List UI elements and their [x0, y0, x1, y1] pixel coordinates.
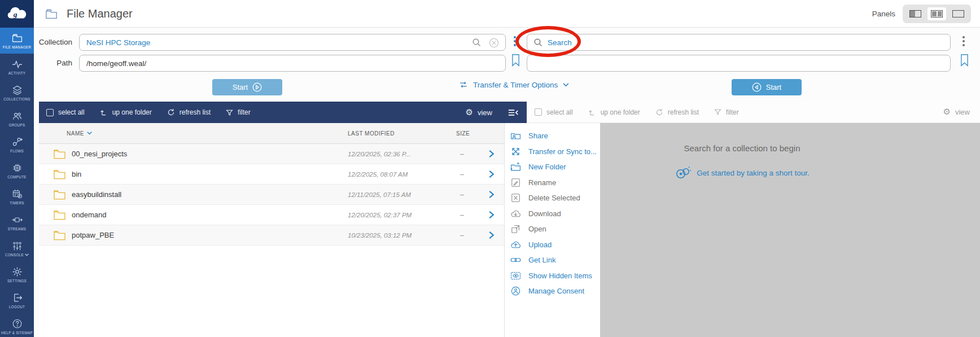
options-sliders-icon [459, 80, 468, 89]
filter-left[interactable]: filter [226, 108, 251, 116]
chevron-down-icon [25, 253, 29, 256]
row-chevron-right-icon[interactable] [488, 231, 504, 239]
path-input[interactable] [79, 55, 506, 72]
menu-item-open: Open [505, 221, 600, 237]
file-modified: 10/23/2025, 03:12 PM [348, 232, 448, 239]
refresh-list-right[interactable]: refresh list [655, 108, 699, 116]
checkbox-icon [46, 109, 54, 116]
sidebar-item-flows[interactable]: FLOWS [0, 132, 34, 157]
sidebar-item-help-sitemap[interactable]: HELP & SITEMAP [0, 313, 34, 337]
sidebar-item-activity[interactable]: ACTIVITY [0, 54, 34, 80]
menu-item-get-link[interactable]: Get Link [505, 252, 600, 268]
sort-chevron-down-icon [87, 132, 92, 135]
up-folder-icon [588, 108, 596, 116]
collapse-menu-icon [508, 109, 519, 116]
up-one-folder-left[interactable]: up one folder [100, 108, 152, 116]
menu-item-manage-consent[interactable]: Manage Consent [505, 283, 600, 299]
empty-state-text: Search for a collection to begin [504, 143, 980, 153]
file-modified: 12/11/2025, 07:15 AM [348, 191, 448, 198]
tour-link[interactable]: Get started by taking a short tour. [675, 165, 810, 180]
left-toolbar: select all up one folder refresh list fi… [39, 102, 527, 123]
row-chevron-right-icon[interactable] [488, 170, 504, 178]
sidebar-item-compute[interactable]: COMPUTE [0, 157, 34, 183]
refresh-icon [167, 108, 175, 116]
row-chevron-right-icon[interactable] [488, 190, 504, 199]
start-transfer-right-button[interactable]: Start [732, 79, 802, 95]
folder-icon [54, 169, 72, 180]
sidebar-item-logout[interactable]: LOGOUT [0, 287, 34, 313]
globus-cloud-icon: g [6, 6, 28, 21]
bookmark-icon[interactable] [511, 54, 520, 67]
sidebar-item-timers[interactable]: TIMERS [0, 183, 34, 209]
collection-clear-icon[interactable] [489, 38, 499, 48]
sidebar-item-collections[interactable]: COLLECTIONS [0, 80, 34, 106]
menu-item-show-hidden-items[interactable]: Show Hidden Items [505, 268, 600, 284]
dual-panel-button[interactable] [928, 7, 946, 20]
file-name: 00_nesi_projects [72, 150, 348, 158]
file-row-bin[interactable]: bin12/2/2025, 08:07 AM– [39, 164, 504, 185]
menu-item-upload[interactable]: Upload [505, 237, 600, 253]
sidebar-item-console[interactable]: CONSOLE [0, 235, 34, 261]
sidebar-item-streams[interactable]: STREAMS [0, 209, 34, 235]
select-all-right[interactable]: select all [535, 108, 573, 116]
column-header-size[interactable]: SIZE [448, 130, 488, 137]
table-header: NAME LAST MODIFIED SIZE [39, 123, 504, 144]
start-transfer-left-button[interactable]: Start [212, 79, 282, 95]
sidebar-nav: FILE MANAGERACTIVITYCOLLECTIONSGROUPSFLO… [0, 28, 34, 337]
file-size: – [448, 231, 488, 239]
filter-right[interactable]: filter [714, 108, 739, 116]
upload-icon [509, 239, 522, 250]
single-panel-button[interactable] [906, 7, 925, 20]
panels-control: Panels [872, 5, 971, 23]
row-chevron-right-icon[interactable] [488, 150, 504, 158]
third-panel-button[interactable] [949, 7, 968, 20]
path-label: Path [34, 55, 72, 72]
filter-funnel-icon [714, 108, 721, 116]
file-name: bin [72, 170, 348, 178]
sidebar-item-groups[interactable]: GROUPS [0, 106, 34, 132]
up-folder-icon [100, 108, 108, 116]
logout-icon [12, 292, 23, 303]
search-input[interactable] [527, 34, 951, 51]
view-left[interactable]: ⚙view [466, 108, 492, 117]
file-name: ondemand [72, 211, 348, 219]
path-input-right[interactable] [527, 55, 951, 72]
table-rows: 00_nesi_projects12/20/2025, 02:36 P...–b… [39, 144, 504, 246]
refresh-list-left[interactable]: refresh list [167, 108, 211, 116]
view-right[interactable]: ⚙view [943, 108, 970, 116]
collection-input[interactable] [79, 34, 506, 51]
file-row-00-nesi-projects[interactable]: 00_nesi_projects12/20/2025, 02:36 P...– [39, 144, 504, 164]
row-chevron-right-icon[interactable] [488, 211, 504, 219]
globus-logo[interactable]: g [0, 0, 34, 28]
transfer-timer-options[interactable]: Transfer & Timer Options [459, 80, 569, 89]
play-left-icon [752, 82, 762, 92]
checkbox-icon [535, 108, 542, 116]
collection-search-icon[interactable] [472, 38, 482, 47]
folder-icon [54, 190, 72, 200]
collections-icon [12, 85, 23, 95]
column-header-modified[interactable]: LAST MODIFIED [348, 130, 448, 137]
collection-menu-dots-icon[interactable] [514, 36, 516, 46]
search-menu-dots-icon[interactable] [963, 36, 965, 46]
page-title: File Manager [67, 7, 133, 20]
collapse-panel-toggle[interactable] [508, 109, 519, 116]
bookmark-right-icon[interactable] [960, 54, 969, 67]
sidebar-item-file-manager[interactable]: FILE MANAGER [0, 28, 34, 54]
file-row-easybuildinstall[interactable]: easybuildinstall12/11/2025, 07:15 AM– [39, 185, 504, 205]
flows-icon [12, 137, 23, 147]
sidebar: g FILE MANAGERACTIVITYCOLLECTIONSGROUPSF… [0, 0, 34, 337]
panels-label: Panels [872, 10, 895, 18]
up-one-folder-right[interactable]: up one folder [588, 108, 640, 116]
console-icon [12, 240, 23, 251]
file-row-potpaw-pbe[interactable]: potpaw_PBE10/23/2025, 03:12 PM– [39, 225, 504, 246]
select-all-left[interactable]: select all [46, 108, 85, 116]
filter-funnel-icon [226, 109, 233, 116]
panel-layout-group [903, 5, 971, 23]
column-header-name[interactable]: NAME [54, 130, 348, 137]
file-row-ondemand[interactable]: ondemand12/20/2025, 02:37 PM– [39, 205, 504, 225]
file-name: easybuildinstall [72, 190, 348, 199]
play-right-icon [252, 82, 262, 92]
file-modified: 12/2/2025, 08:07 AM [348, 171, 448, 178]
sidebar-item-settings[interactable]: SETTINGS [0, 261, 34, 287]
consent-icon [509, 286, 522, 296]
